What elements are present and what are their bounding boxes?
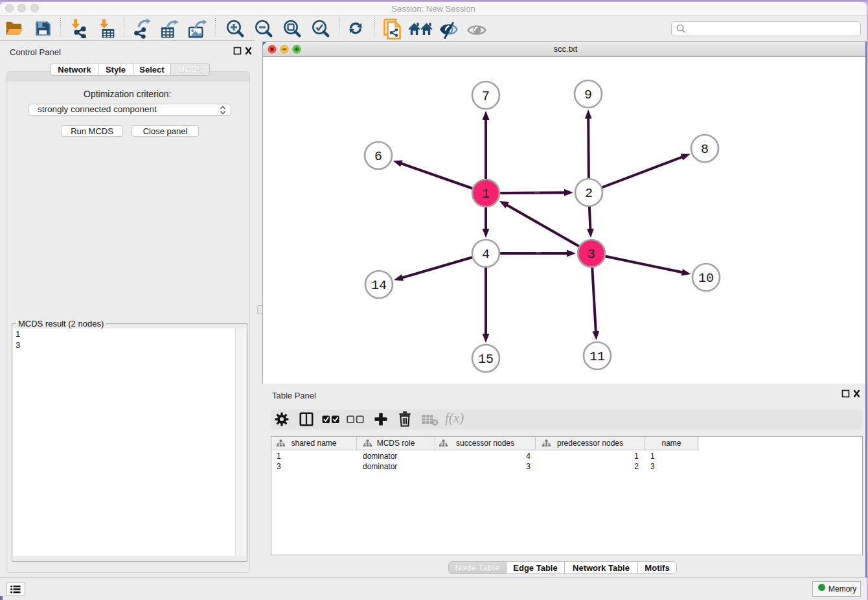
svg-text:2: 2 [585,186,593,201]
svg-text:1: 1 [482,187,490,202]
svg-text:15: 15 [478,352,494,367]
svg-text:14: 14 [371,278,387,293]
svg-text:4: 4 [482,247,490,262]
svg-text:3: 3 [588,247,595,262]
svg-text:7: 7 [482,89,490,104]
svg-text:11: 11 [589,349,605,364]
svg-text:9: 9 [584,87,592,102]
svg-text:10: 10 [698,271,714,286]
svg-text:6: 6 [374,149,382,164]
svg-text:8: 8 [701,142,709,157]
